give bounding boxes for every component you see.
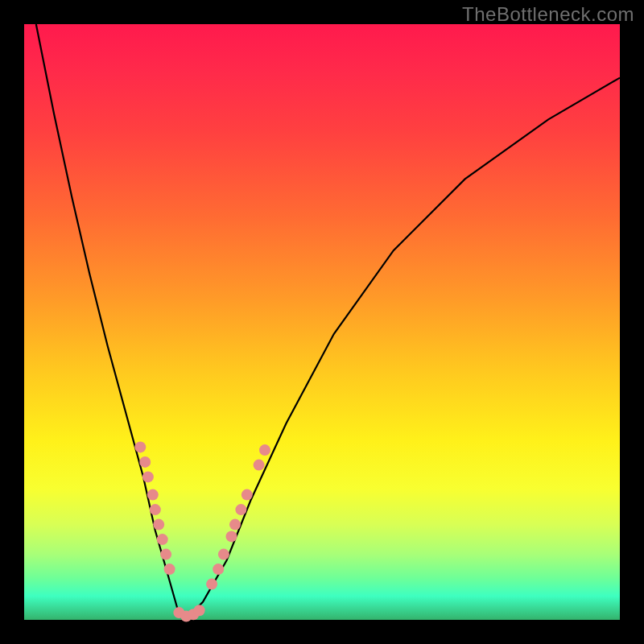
data-point-dot — [142, 471, 154, 482]
data-point-dot — [254, 460, 265, 471]
data-point-dot — [206, 579, 217, 590]
data-point-dot — [160, 549, 171, 560]
v-curve-line — [36, 24, 620, 617]
data-point-dot — [150, 504, 161, 515]
data-point-dot — [147, 489, 159, 501]
data-point-dot — [139, 456, 151, 468]
data-point-dot — [235, 504, 246, 515]
chart-svg — [24, 24, 620, 620]
data-point-dot — [194, 605, 205, 616]
data-point-dot — [229, 519, 241, 530]
data-point-dot — [242, 489, 253, 501]
data-point-dot — [153, 519, 164, 530]
data-point-dot — [134, 441, 146, 452]
data-point-dot — [164, 564, 175, 575]
watermark-text: TheBottleneck.com — [462, 3, 634, 26]
chart-frame — [24, 24, 620, 620]
data-point-dot — [226, 530, 237, 542]
data-point-dot — [218, 549, 229, 560]
data-point-dot — [259, 444, 270, 456]
data-point-dot — [157, 534, 168, 545]
data-point-dot — [213, 564, 224, 575]
